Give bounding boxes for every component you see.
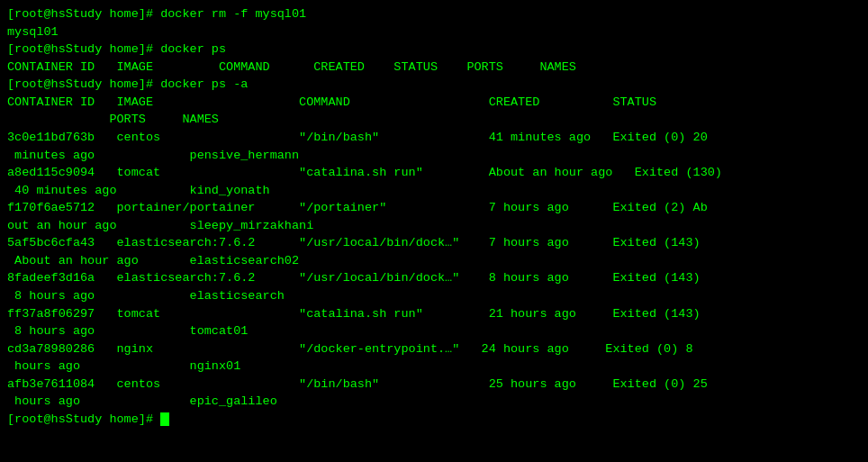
line9: minutes ago pensive_hermann: [7, 147, 861, 165]
line21: hours ago nginx01: [7, 358, 861, 376]
terminal-cursor: [160, 412, 169, 426]
line22: afb3e7611084 centos "/bin/bash" 25 hours…: [7, 376, 861, 394]
line12: f170f6ae5712 portainer/portainer "/porta…: [7, 199, 861, 217]
line6: CONTAINER ID IMAGE COMMAND CREATED STATU…: [7, 94, 861, 112]
line1: [root@hsStudy home]# docker rm -f mysql0…: [7, 5, 861, 23]
line15: About an hour ago elasticsearch02: [7, 252, 861, 270]
line10: a8ed115c9094 tomcat "catalina.sh run" Ab…: [7, 164, 861, 182]
line23: hours ago epic_galileo: [7, 393, 861, 411]
line5: [root@hsStudy home]# docker ps -a: [7, 76, 861, 94]
line2: mysql01: [7, 23, 861, 41]
line16: 8fadeef3d16a elasticsearch:7.6.2 "/usr/l…: [7, 269, 861, 287]
line19: 8 hours ago tomcat01: [7, 322, 861, 340]
line24: [root@hsStudy home]#: [7, 411, 861, 429]
line17: 8 hours ago elasticsearch: [7, 287, 861, 305]
terminal-window: [root@hsStudy home]# docker rm -f mysql0…: [7, 5, 861, 429]
line7: PORTS NAMES: [7, 111, 861, 129]
line11: 40 minutes ago kind_yonath: [7, 182, 861, 200]
line8: 3c0e11bd763b centos "/bin/bash" 41 minut…: [7, 129, 861, 147]
line3: [root@hsStudy home]# docker ps: [7, 41, 861, 59]
line18: ff37a8f06297 tomcat "catalina.sh run" 21…: [7, 305, 861, 323]
line13: out an hour ago sleepy_mirzakhani: [7, 217, 861, 235]
line14: 5af5bc6cfa43 elasticsearch:7.6.2 "/usr/l…: [7, 234, 861, 252]
line4: CONTAINER ID IMAGE COMMAND CREATED STATU…: [7, 59, 861, 77]
line20: cd3a78980286 nginx "/docker-entrypoint.……: [7, 340, 861, 358]
